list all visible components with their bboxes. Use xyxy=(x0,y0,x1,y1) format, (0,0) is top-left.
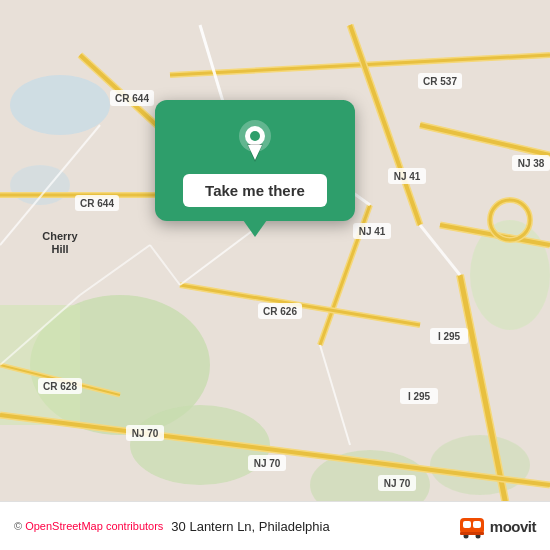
map-container: CR 644 CR 644 CR 537 NJ 41 NJ 41 NJ 38 C… xyxy=(0,0,550,550)
svg-text:NJ 70: NJ 70 xyxy=(132,428,159,439)
svg-text:CR 644: CR 644 xyxy=(80,198,114,209)
svg-point-75 xyxy=(250,131,260,141)
svg-text:I 295: I 295 xyxy=(438,331,461,342)
svg-rect-79 xyxy=(463,521,471,528)
svg-text:Hill: Hill xyxy=(51,243,68,255)
svg-text:NJ 41: NJ 41 xyxy=(394,171,421,182)
svg-text:NJ 41: NJ 41 xyxy=(359,226,386,237)
svg-text:CR 537: CR 537 xyxy=(423,76,457,87)
popup-card: Take me there xyxy=(155,100,355,221)
svg-point-5 xyxy=(430,435,530,495)
take-me-there-button[interactable]: Take me there xyxy=(183,174,327,207)
svg-rect-3 xyxy=(0,305,80,425)
bottom-bar: © OpenStreetMap contributors 30 Lantern … xyxy=(0,501,550,550)
svg-text:NJ 70: NJ 70 xyxy=(254,458,281,469)
location-pin-icon xyxy=(233,118,277,162)
svg-marker-77 xyxy=(248,145,262,160)
svg-text:CR 626: CR 626 xyxy=(263,306,297,317)
svg-text:I 295: I 295 xyxy=(408,391,431,402)
svg-rect-80 xyxy=(473,521,481,528)
moovit-logo-text: moovit xyxy=(490,518,536,535)
moovit-logo: moovit xyxy=(458,512,536,540)
svg-text:CR 628: CR 628 xyxy=(43,381,77,392)
svg-text:NJ 70: NJ 70 xyxy=(384,478,411,489)
openstreetmap-link[interactable]: OpenStreetMap contributors xyxy=(25,520,163,532)
svg-text:Cherry: Cherry xyxy=(42,230,78,242)
moovit-icon xyxy=(458,512,486,540)
attribution: © OpenStreetMap contributors xyxy=(14,520,163,532)
svg-text:NJ 38: NJ 38 xyxy=(518,158,545,169)
svg-rect-83 xyxy=(460,532,484,535)
svg-point-7 xyxy=(10,75,110,135)
map-background: CR 644 CR 644 CR 537 NJ 41 NJ 41 NJ 38 C… xyxy=(0,0,550,550)
svg-text:CR 644: CR 644 xyxy=(115,93,149,104)
address-text: 30 Lantern Ln, Philadelphia xyxy=(171,519,457,534)
